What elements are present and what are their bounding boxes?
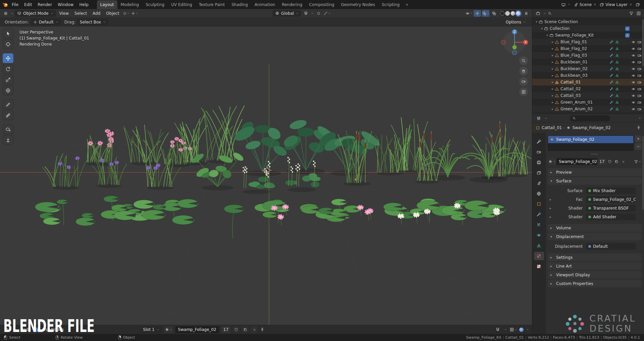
material-name-field[interactable]: Swamp_Foliage_02	[175, 326, 219, 333]
blender-logo-icon[interactable]	[3, 2, 9, 8]
disclosure-triangle-icon[interactable]: ▸	[550, 54, 555, 57]
disable-render-icon[interactable]	[637, 100, 642, 105]
breadcrumb-material[interactable]: Swamp_Foliage_02	[572, 125, 610, 130]
properties-search-field[interactable]	[570, 115, 610, 121]
disclosure-triangle-icon[interactable]: ▸	[550, 47, 555, 50]
hide-viewport-icon[interactable]	[631, 80, 636, 84]
property-value-transparent-bsdf[interactable]: Transparent BSDF	[586, 205, 636, 212]
hide-viewport-icon[interactable]	[631, 67, 636, 71]
pause-render-button[interactable]	[523, 10, 530, 17]
tool-annotate[interactable]	[3, 100, 13, 109]
shading-wireframe-button[interactable]	[500, 11, 504, 16]
disclosure-triangle-icon[interactable]: ▸	[550, 74, 555, 77]
tab-layout[interactable]: Layout	[97, 0, 117, 9]
tab-tool[interactable]	[534, 137, 544, 146]
fake-user-button[interactable]	[606, 158, 613, 165]
tab-view-layer[interactable]	[534, 169, 544, 177]
tool-rotate[interactable]	[3, 64, 13, 74]
disable-render-icon[interactable]	[637, 73, 642, 78]
show-gizmo-toggle[interactable]	[474, 10, 481, 17]
property-value-mix-shader[interactable]: Mix Shader	[586, 187, 636, 194]
disable-render-icon[interactable]	[637, 53, 642, 58]
hide-viewport-icon[interactable]	[631, 40, 636, 44]
panel-line-art[interactable]: ▸Line Art	[548, 262, 642, 270]
panel-custom-properties[interactable]: ▸Custom Properties	[548, 280, 642, 287]
add-slot-button[interactable]	[635, 135, 642, 142]
collection-checkbox[interactable]: ✓	[625, 33, 630, 38]
remove-slot-button[interactable]	[635, 143, 642, 150]
hide-viewport-icon[interactable]	[631, 87, 636, 91]
view-layer-unlink-icon[interactable]	[629, 3, 633, 6]
hide-viewport-icon[interactable]	[631, 73, 636, 78]
menu-edit[interactable]: Edit	[21, 1, 35, 8]
pin-icon[interactable]	[260, 327, 265, 332]
tab-animation[interactable]: Animation	[251, 0, 278, 9]
tool-transform[interactable]	[3, 86, 13, 95]
tab-modifiers[interactable]	[534, 210, 544, 219]
outliner-row-buckbean-02[interactable]: ▸Buckbean_02	[532, 65, 644, 72]
outliner-row-cattail-02[interactable]: ▸Cattail_02	[532, 86, 644, 92]
slot-dropdown[interactable]: Slot 1	[141, 326, 162, 333]
outliner-scrollbar[interactable]	[642, 19, 644, 66]
menu-window[interactable]: Window	[55, 1, 76, 8]
property-value-add-shader[interactable]: Add Shader	[586, 214, 636, 220]
snap-toggle[interactable]	[302, 10, 310, 17]
hide-viewport-icon[interactable]	[631, 53, 636, 58]
slot-list-resize-grip[interactable]	[548, 152, 642, 156]
properties-type-button[interactable]	[535, 115, 542, 122]
tab-world[interactable]	[534, 189, 544, 198]
menu-file[interactable]: File	[9, 1, 21, 8]
outliner-row-buckbean-03[interactable]: ▸Buckbean_03	[532, 72, 644, 79]
pan-button[interactable]	[519, 67, 528, 75]
disclosure-triangle-icon[interactable]: ▸	[550, 60, 555, 64]
disclosure-triangle-icon[interactable]: ▾	[545, 34, 549, 37]
new-material-button[interactable]	[242, 326, 249, 333]
disable-render-icon[interactable]	[637, 87, 642, 91]
shading-rendered-button[interactable]	[516, 11, 521, 16]
tab-modeling[interactable]: Modeling	[117, 0, 143, 9]
outliner-row-scene-collection[interactable]: ▾Scene Collection	[532, 18, 644, 25]
property-value-default[interactable]: Default	[586, 243, 636, 250]
pivot-dropdown[interactable]	[122, 10, 130, 17]
tab-texture[interactable]	[534, 262, 544, 271]
outliner-row-green-arum-01[interactable]: ▸Green_Arum_01	[532, 99, 644, 106]
duplicate-material-button[interactable]	[613, 158, 620, 165]
outliner-type-button[interactable]	[534, 10, 542, 17]
menu-object[interactable]: Object	[104, 10, 121, 17]
hide-viewport-icon[interactable]	[631, 60, 636, 64]
tab-rendering[interactable]: Rendering	[278, 0, 306, 9]
shading-solid-button[interactable]	[505, 11, 510, 16]
scene-unlink-icon[interactable]	[593, 3, 597, 6]
material-browse-button[interactable]	[164, 326, 173, 333]
menu-help[interactable]: Help	[76, 1, 91, 8]
outliner-row-blue-flag-02[interactable]: ▸Blue_Flag_02	[532, 45, 644, 52]
outliner-row-green-arum-02[interactable]: ▸Green_Arum_02	[532, 106, 644, 112]
shading-material-button[interactable]	[511, 11, 515, 16]
disable-render-icon[interactable]	[637, 47, 642, 51]
outliner-row-blue-flag-01[interactable]: ▸Blue_Flag_01	[532, 39, 644, 45]
unlink-material-button[interactable]	[620, 158, 627, 165]
breadcrumb-object[interactable]: Cattail_01	[542, 125, 562, 130]
tab-uv-editing[interactable]: UV Editing	[168, 0, 196, 9]
disable-render-icon[interactable]	[637, 67, 642, 71]
collection-checkbox[interactable]: ✓	[625, 26, 630, 31]
tab-scene[interactable]	[534, 179, 544, 187]
outliner-row-buckbean-01[interactable]: ▸Buckbean_01	[532, 59, 644, 65]
panel-volume[interactable]: ▸Volume	[548, 224, 642, 232]
property-value-swamp-foliage-02-o-[interactable]: Swamp_Foliage_02_O...	[586, 196, 636, 203]
fake-user-button[interactable]	[233, 326, 239, 333]
tool-select-box[interactable]	[3, 29, 13, 38]
screen-layout-dropdown[interactable]	[561, 2, 571, 7]
properties-scrollbar[interactable]	[642, 136, 644, 210]
tab-compositing[interactable]: Compositing	[306, 0, 337, 9]
menu-select[interactable]: Select	[72, 10, 89, 17]
outliner-row-cattail-03[interactable]: ▸Cattail_03	[532, 92, 644, 99]
disclosure-triangle-icon[interactable]: ▸	[550, 67, 555, 70]
render-layers-icon[interactable]	[635, 2, 640, 7]
outliner-filter-icon[interactable]	[629, 11, 634, 16]
tab-object[interactable]	[534, 200, 544, 208]
options-dropdown[interactable]: Options	[503, 19, 529, 25]
transform-orientation-dropdown[interactable]: Global	[273, 10, 301, 17]
tool-cursor-tool[interactable]	[3, 39, 13, 49]
tool-measure[interactable]	[3, 110, 13, 120]
